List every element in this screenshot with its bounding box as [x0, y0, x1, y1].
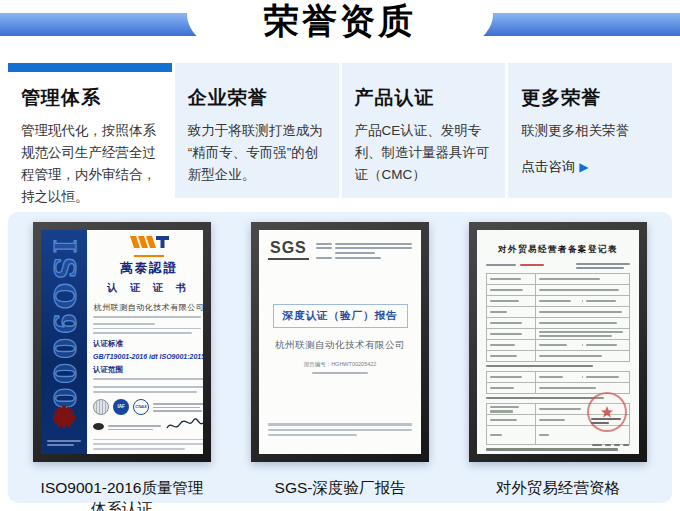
- text-line-placeholder: [490, 387, 514, 389]
- text-line-placeholder: [539, 376, 563, 378]
- text-line-placeholder: [93, 386, 203, 388]
- text-line-placeholder: [490, 419, 517, 421]
- text-line-placeholder: [153, 407, 200, 409]
- sgs-report-header: SGS: [268, 240, 412, 260]
- sgs-report-paper: SGS 深度认证（验厂）报告 杭州联测自动化技术有限公司 报告编号：HGHWT0…: [259, 230, 421, 454]
- text-line-placeholder: [539, 278, 600, 280]
- iso-blue-band: ISO9000: [41, 230, 87, 454]
- text-line-placeholder: [539, 289, 619, 291]
- text-line-placeholder: [93, 448, 185, 450]
- text-line-placeholder: [490, 434, 502, 436]
- text-line-placeholder: [490, 322, 522, 324]
- text-line-placeholder: [490, 406, 519, 408]
- bottom-note-placeholder: [486, 448, 630, 450]
- footnote-text-placeholder: [93, 436, 203, 450]
- table-row: [487, 307, 630, 318]
- wit-logo-underline: [134, 255, 164, 257]
- text-line-placeholder: [576, 263, 630, 265]
- certificate-title: 认 证 证 书: [107, 281, 190, 295]
- tab-product-certification[interactable]: 产品认证 产品CE认证、发明专利、制造计量器具许可证（CMC）: [342, 63, 506, 198]
- iso-certificate-body: 萬泰認證 认 证 证 书 杭州联测自动化技术有限公司 认证标准 GB/T1900…: [87, 230, 203, 454]
- text-line-placeholder: [93, 391, 197, 393]
- text-line-placeholder: [539, 335, 612, 337]
- tab-description: 致力于将联测打造成为“精而专、专而强”的创新型企业。: [188, 120, 326, 186]
- table-row: [487, 296, 630, 307]
- report-title: 深度认证（验厂）报告: [273, 304, 408, 328]
- tab-management-system[interactable]: 管理体系 管理现代化，按照体系规范公司生产经营全过程管理，内外审结合，持之以恒。: [8, 63, 172, 198]
- text-line-placeholder: [586, 300, 616, 302]
- text-line-placeholder: [316, 243, 332, 245]
- text-line-placeholder: [93, 443, 203, 445]
- text-line-placeholder: [316, 247, 332, 249]
- form-table-middle: [486, 371, 630, 394]
- text-line-placeholder: [486, 397, 604, 399]
- text-line-placeholder: [335, 243, 412, 245]
- text-line-placeholder: [268, 434, 357, 436]
- sgs-logo: SGS: [268, 240, 309, 260]
- text-line-placeholder: [490, 376, 522, 378]
- text-line-placeholder: [539, 322, 618, 324]
- scope-label: 认证范围: [93, 365, 123, 375]
- consult-link-label: 点击咨询: [521, 159, 575, 174]
- text-line-placeholder: [93, 316, 201, 318]
- header-info-placeholder: [316, 240, 412, 259]
- table-row: [487, 372, 630, 383]
- wit-globe-icon: [93, 399, 109, 415]
- tab-title: 企业荣誉: [188, 85, 326, 111]
- tab-enterprise-honor[interactable]: 企业荣誉 致力于将联测打造成为“精而专、专而强”的创新型企业。: [175, 63, 339, 198]
- caption-iso9001: ISO9001-2016质量管理体系认证: [33, 478, 211, 511]
- disclaimer-text-placeholder: [268, 420, 412, 444]
- signature-caption-placeholder: [108, 423, 161, 431]
- report-number: 报告编号：HGHWT00205422: [268, 361, 412, 368]
- text-line-placeholder: [93, 328, 201, 330]
- section-note-placeholder: [486, 365, 630, 367]
- text-line-placeholder: [335, 247, 412, 249]
- text-line-placeholder: [490, 278, 521, 280]
- iso9000-vertical-text: ISO9000: [47, 239, 82, 412]
- tab-description: 产品CE认证、发明专利、制造计量器具许可证（CMC）: [355, 120, 493, 186]
- text-line-placeholder: [153, 403, 203, 405]
- text-line-placeholder: [539, 331, 623, 333]
- tab-more-honors[interactable]: 更多荣誉 联测更多相关荣誉 点击咨询▶: [508, 63, 672, 198]
- text-line-placeholder: [490, 410, 513, 412]
- text-line-placeholder: [335, 257, 381, 259]
- consult-link[interactable]: 点击咨询▶: [521, 158, 659, 176]
- text-line-placeholder: [47, 444, 74, 446]
- tab-title: 产品认证: [355, 85, 493, 111]
- form-meta-row: [486, 261, 630, 269]
- wit-logo-icon: [127, 235, 171, 254]
- date-line-placeholder: [592, 444, 629, 446]
- text-line-placeholder: [490, 289, 523, 291]
- text-line-placeholder: [539, 355, 602, 357]
- text-line-placeholder: [614, 444, 620, 446]
- text-line-placeholder: [586, 376, 619, 378]
- red-starburst-seal-icon: [51, 404, 77, 430]
- standard-label: 认证标准: [93, 339, 123, 349]
- section-header: 荣誉资质: [0, 0, 680, 52]
- form-table-top: [486, 273, 630, 362]
- table-row: [487, 351, 630, 362]
- text-line-placeholder: [486, 264, 516, 267]
- certificate-foreign-trade[interactable]: 对外贸易经营者备案登记表: [469, 222, 647, 462]
- address-text-placeholder: [93, 313, 203, 334]
- table-row: [487, 329, 630, 340]
- text-line-placeholder: [108, 429, 153, 431]
- company-name: 杭州联测自动化技术有限公司: [94, 302, 203, 313]
- signature-row: [93, 418, 203, 436]
- registration-number-placeholder: [486, 261, 544, 269]
- text-line-placeholder: [486, 448, 618, 450]
- text-line-placeholder: [623, 444, 629, 446]
- text-line-placeholder: [153, 410, 202, 412]
- band-small-text-placeholder: [47, 438, 81, 446]
- text-line-placeholder: [335, 252, 375, 254]
- text-line-placeholder: [93, 323, 155, 325]
- table-row: [487, 274, 630, 285]
- certificate-iso9001[interactable]: ISO9000: [33, 222, 211, 462]
- certificate-sgs[interactable]: SGS 深度认证（验厂）报告 杭州联测自动化技术有限公司 报告编号：HGHWT0…: [251, 222, 429, 462]
- text-line-placeholder: [108, 425, 161, 427]
- red-round-seal-icon: [587, 392, 627, 432]
- accreditation-logos: IAF CNAS: [93, 399, 203, 415]
- text-line-placeholder: [93, 439, 203, 441]
- certificate-captions: ISO9001-2016质量管理体系认证 SGS-深度验厂报告 对外贸易经营资格: [33, 478, 647, 511]
- cnas-logo-icon: CNAS: [133, 399, 149, 415]
